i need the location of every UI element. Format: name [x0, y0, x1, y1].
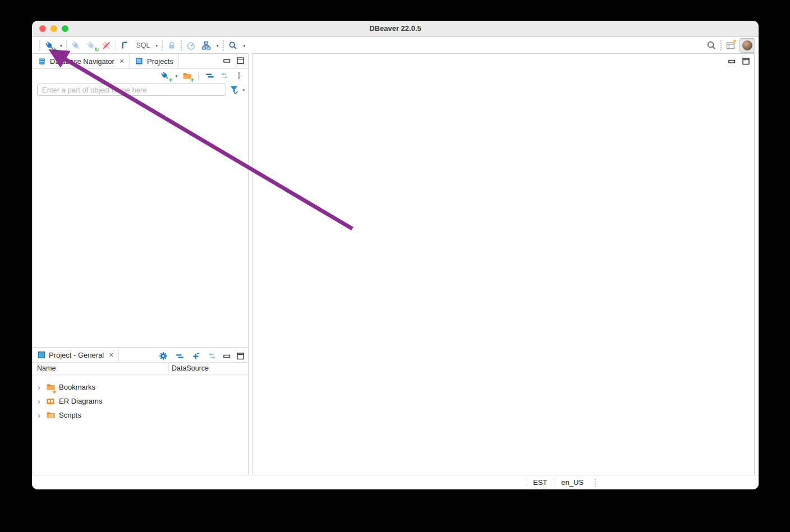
project-tree: › ★ Bookmarks › [33, 374, 248, 422]
toolbar-separator [720, 40, 722, 50]
lock-icon[interactable] [167, 40, 177, 50]
expand-all-icon[interactable] [191, 351, 201, 361]
navigator-tree-empty[interactable] [33, 98, 248, 345]
project-tab-bar: Project - General × [33, 348, 248, 363]
zoom-window-button[interactable] [62, 25, 68, 32]
chevron-right-icon[interactable]: › [36, 383, 42, 391]
filter-icon[interactable] [229, 85, 239, 95]
user-profile-button[interactable] [740, 38, 755, 53]
status-bar: EST en_US [32, 475, 759, 489]
database-icon [38, 57, 47, 66]
sql-editor-dropdown[interactable]: ▾ [156, 44, 158, 48]
close-tab-icon[interactable]: × [109, 351, 113, 359]
maximize-editor-icon[interactable] [742, 58, 750, 65]
projects-icon [135, 57, 144, 66]
tab-label: Project - General [49, 351, 104, 359]
tab-project-general[interactable]: Project - General × [33, 348, 119, 362]
main-toolbar: + ▾ ↻ SQL ▾ [32, 37, 759, 54]
collapse-all-icon[interactable] [174, 351, 185, 361]
project-icon [38, 351, 45, 359]
tree-row-label: ER Diagrams [59, 397, 102, 405]
close-tab-icon[interactable]: × [120, 57, 124, 65]
project-table-header: Name DataSource [33, 363, 248, 374]
status-locale[interactable]: en_US [554, 478, 590, 487]
tab-label: Database Navigator [50, 57, 114, 66]
tree-row-er-diagrams[interactable]: › ER Diagrams [33, 394, 248, 408]
toolbar-separator [39, 40, 40, 50]
new-folder-icon[interactable]: + [182, 71, 192, 81]
maximize-panel-icon[interactable] [237, 353, 244, 360]
link-with-editor-icon[interactable] [219, 71, 229, 81]
connect-icon[interactable] [71, 40, 81, 50]
navigator-toolbar: + ▾ + [33, 69, 248, 82]
workbench-content: Database Navigator × Projects [32, 53, 759, 475]
titlebar: DBeaver 22.0.5 [32, 21, 759, 37]
navigator-tab-bar: Database Navigator × Projects [33, 54, 248, 69]
new-connection-icon[interactable]: + [44, 40, 54, 50]
er-diagram-icon[interactable] [201, 40, 211, 50]
minimize-window-button[interactable] [50, 25, 57, 32]
object-search-input[interactable] [37, 84, 226, 96]
sql-editor-icon[interactable] [120, 40, 130, 50]
quick-search-icon[interactable] [706, 40, 716, 50]
new-connection-dropdown[interactable]: ▾ [175, 74, 177, 78]
toolbar-separator [162, 40, 163, 50]
dashboard-icon[interactable] [186, 40, 196, 50]
editor-area[interactable] [252, 53, 755, 475]
tree-row-label: Scripts [59, 411, 81, 419]
new-connection-dropdown[interactable]: ▾ [60, 44, 62, 48]
toolbar-separator [181, 40, 182, 50]
plus-badge: + [168, 77, 172, 84]
status-timezone[interactable]: EST [526, 478, 554, 487]
scripts-folder-icon [45, 410, 56, 420]
search-icon[interactable] [228, 40, 238, 50]
plus-badge: + [53, 47, 57, 53]
view-menu-icon[interactable] [234, 71, 244, 81]
disconnect-icon[interactable] [102, 40, 112, 50]
plus-badge: + [190, 77, 194, 84]
maximize-panel-icon[interactable] [237, 57, 244, 64]
toolbar-separator [198, 71, 199, 80]
chevron-right-icon[interactable]: › [36, 411, 42, 419]
tab-projects[interactable]: Projects [130, 54, 179, 68]
star-badge: ★ [733, 38, 737, 44]
er-diagrams-icon [45, 396, 56, 406]
new-connection-icon[interactable]: + [160, 71, 170, 81]
filter-dropdown[interactable]: ▾ [242, 88, 245, 92]
database-navigator-panel: Database Navigator × Projects [32, 53, 249, 348]
toolbar-separator [116, 40, 116, 50]
open-perspective-icon[interactable]: ★ [725, 40, 736, 50]
collapse-all-icon[interactable] [205, 71, 215, 81]
project-general-panel: Project - General × [32, 348, 249, 475]
chevron-right-icon[interactable]: › [36, 397, 42, 405]
reconnect-icon[interactable]: ↻ [86, 40, 97, 50]
minimize-panel-icon[interactable] [223, 353, 231, 360]
close-window-button[interactable] [39, 25, 46, 32]
traffic-lights [39, 25, 68, 32]
minimize-editor-icon[interactable] [728, 58, 736, 65]
tree-row-scripts[interactable]: › Scripts [33, 408, 248, 422]
tree-row-bookmarks[interactable]: › ★ Bookmarks [33, 380, 248, 394]
settings-gear-icon[interactable] [158, 351, 168, 361]
toolbar-separator [66, 40, 67, 50]
navigator-search-row: ▾ [33, 82, 248, 98]
tree-row-label: Bookmarks [59, 383, 95, 391]
column-header-datasource[interactable]: DataSource [168, 363, 248, 374]
beaver-avatar-icon [742, 40, 752, 50]
bookmarks-folder-icon: ★ [45, 382, 56, 392]
link-with-editor-icon[interactable] [207, 351, 217, 361]
star-badge: ★ [52, 389, 57, 395]
column-header-name[interactable]: Name [33, 363, 168, 374]
tab-database-navigator[interactable]: Database Navigator × [33, 54, 130, 68]
minimize-panel-icon[interactable] [223, 57, 231, 64]
window-title: DBeaver 22.0.5 [32, 21, 759, 36]
search-dropdown[interactable]: ▾ [244, 44, 246, 48]
dbeaver-window: DBeaver 22.0.5 + ▾ ↻ [32, 21, 759, 489]
er-diagram-dropdown[interactable]: ▾ [217, 44, 219, 48]
tab-label: Projects [147, 57, 173, 66]
sql-editor-label[interactable]: SQL [136, 41, 150, 49]
cycle-badge: ↻ [94, 47, 99, 53]
toolbar-separator [223, 40, 224, 50]
status-grip [595, 479, 598, 487]
